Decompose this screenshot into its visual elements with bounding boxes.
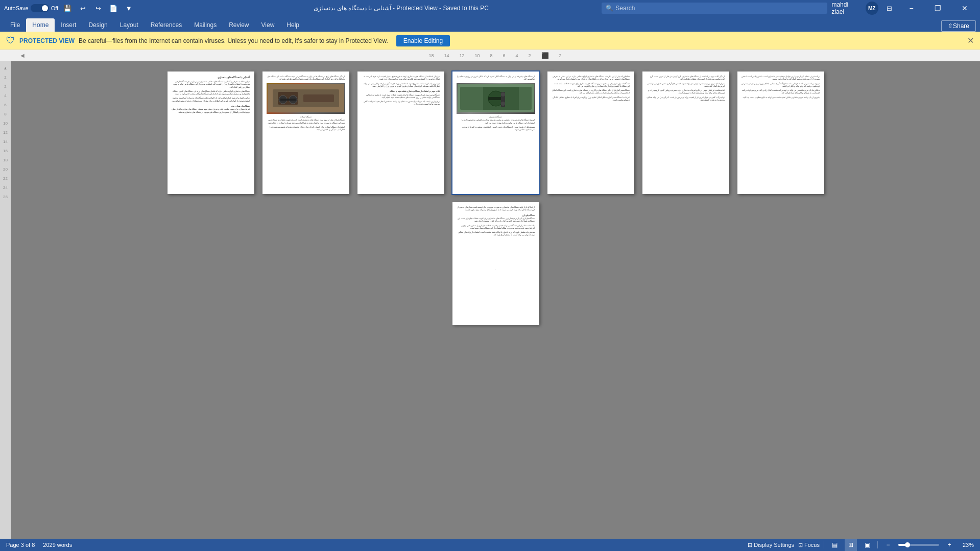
ruler-center-marker: ⬛: [541, 52, 549, 59]
pages-row-2: از آنجا که بازار تولید دستگاه های بدنساز…: [452, 202, 539, 325]
display-settings-icon: ⊞: [748, 542, 752, 548]
quick-access-toolbar: 💾 ↩ ↪ 📄 ▼: [60, 3, 136, 14]
autosave-area: AutoSave Off: [4, 4, 58, 12]
minimize-button[interactable]: −: [900, 0, 923, 16]
page-6-content: از دیگر نکات مهم در استفاده از دستگاه ها…: [642, 71, 729, 194]
ruler-14: 14: [444, 53, 449, 58]
search-input[interactable]: [615, 5, 823, 12]
protected-message: Be careful—files from the Internet can c…: [79, 37, 388, 44]
ruler-10: 10: [474, 53, 480, 58]
page-thumbnail-8[interactable]: از آنجا که بازار تولید دستگاه های بدنساز…: [452, 202, 539, 325]
svg-point-13: [501, 92, 505, 97]
close-protected-bar-button[interactable]: ✕: [967, 36, 974, 45]
gym-image-page4: [457, 83, 535, 114]
protected-view-bar: 🛡 PROTECTED VIEW Be careful—files from t…: [0, 32, 980, 50]
more-icon[interactable]: ▼: [122, 3, 136, 14]
tab-layout[interactable]: Layout: [114, 18, 145, 32]
close-button[interactable]: ✕: [953, 0, 976, 16]
page-thumbnail-4[interactable]: از دستگاه های پیشرفته تر می توان به دستگ…: [452, 71, 539, 194]
status-bar-right: ⊞ Display Settings ⊡ Focus ▤ ⊞ ▣ − + 23%: [748, 539, 974, 551]
print-layout-view-button[interactable]: ▤: [828, 539, 841, 551]
ruler-track: 18 14 12 10 8 6 4 2 ⬛ 2: [31, 50, 960, 61]
undo-icon[interactable]: ↩: [76, 3, 90, 14]
search-box[interactable]: 🔍: [602, 3, 827, 14]
page-3-content: در زمان استفاده از دستگاه های بدنسازی، ت…: [357, 71, 444, 194]
search-icon: 🔍: [606, 5, 613, 12]
document-title: آشنایی با دستگاه های بدنسازی - Protected…: [314, 5, 489, 12]
new-doc-icon[interactable]: 📄: [106, 3, 121, 14]
display-settings-button[interactable]: ⊞ Display Settings: [748, 542, 794, 548]
main-area: ▲ 2 2 4 6 8 10 12 14 16 18 20 22 24 26 آ…: [0, 61, 980, 539]
svg-rect-6: [280, 99, 296, 101]
tab-references[interactable]: References: [145, 18, 188, 32]
title-bar-left: AutoSave Off 💾 ↩ ↪ 📄 ▼: [4, 3, 201, 14]
tab-view[interactable]: View: [255, 18, 281, 32]
ruler: ◀ 18 14 12 10 8 6 4 2 ⬛ 2: [0, 50, 980, 61]
share-icon: ⇧: [948, 22, 953, 30]
title-bar: AutoSave Off 💾 ↩ ↪ 📄 ▼ آشنایی با دستگاه …: [0, 0, 980, 16]
page-1-title: آشنایی با دستگاه‌های بدنسازی: [172, 76, 250, 79]
tab-mailings[interactable]: Mailings: [188, 18, 223, 32]
page-thumbnail-1[interactable]: آشنایی با دستگاه‌های بدنسازی در این مقال…: [168, 71, 254, 194]
ruler-6: 6: [503, 53, 506, 58]
zoom-in-button[interactable]: +: [943, 539, 955, 551]
ruler-2b: 2: [559, 53, 562, 58]
page-thumbnail-7[interactable]: برنامه تمرینی منظم یکی از مهم ترین عوامل…: [737, 71, 824, 194]
zoom-out-button[interactable]: −: [882, 539, 894, 551]
page-8-content: از آنجا که بازار تولید دستگاه های بدنساز…: [452, 202, 539, 325]
multiple-page-view-button[interactable]: ⊞: [845, 539, 857, 551]
ribbon-display-icon[interactable]: ⊟: [882, 3, 896, 14]
redo-icon[interactable]: ↪: [91, 3, 105, 14]
left-margin: ▲ 2 2 4 6 8 10 12 14 16 18 20 22 24 26: [0, 61, 11, 539]
user-name: mahdi ziaei: [831, 1, 861, 15]
zoom-slider[interactable]: [898, 544, 939, 546]
autosave-label: AutoSave: [4, 5, 29, 11]
enable-editing-button[interactable]: Enable Editing: [396, 35, 450, 46]
ruler-left-marker: ◀: [20, 53, 31, 58]
shield-icon: 🛡: [6, 35, 15, 46]
share-button[interactable]: ⇧ Share: [941, 20, 976, 32]
title-bar-title: آشنایی با دستگاه های بدنسازی - Protected…: [205, 5, 598, 12]
ruler-2: 2: [529, 53, 531, 58]
status-divider-2: [877, 541, 878, 548]
page-thumbnail-6[interactable]: از دیگر نکات مهم در استفاده از دستگاه ها…: [642, 71, 729, 194]
restore-button[interactable]: ❐: [927, 0, 949, 16]
zoom-thumb[interactable]: [905, 542, 910, 547]
pages-row-1: آشنایی با دستگاه‌های بدنسازی در این مقال…: [168, 71, 824, 194]
page-4-content: از دستگاه های پیشرفته تر می توان به دستگ…: [452, 71, 539, 194]
page-info: Page 3 of 8: [6, 542, 35, 548]
ribbon-tabs: File Home Insert Design Layout Reference…: [0, 16, 980, 32]
save-icon[interactable]: 💾: [60, 3, 75, 14]
page-5-content: همانطور که پیش از این ذکر شد، دستگاه های…: [547, 71, 634, 194]
ruler-18: 18: [428, 53, 434, 58]
protected-label: PROTECTED VIEW: [19, 37, 75, 44]
focus-button[interactable]: ⊡ Focus: [798, 542, 820, 548]
ruler-4: 4: [516, 53, 518, 58]
zoom-level: 23%: [960, 542, 974, 548]
tab-design[interactable]: Design: [82, 18, 113, 32]
tab-file[interactable]: File: [4, 18, 26, 32]
tab-review[interactable]: Review: [223, 18, 255, 32]
document-area: آشنایی با دستگاه‌های بدنسازی در این مقال…: [11, 61, 980, 539]
word-count: 2029 words: [43, 542, 72, 548]
page-thumbnail-5[interactable]: همانطور که پیش از این ذکر شد، دستگاه های…: [547, 71, 634, 194]
tab-help[interactable]: Help: [280, 18, 305, 32]
svg-rect-3: [303, 94, 334, 102]
title-bar-right: 🔍 mahdi ziaei MZ ⊟ − ❐ ✕: [602, 0, 976, 16]
ruler-8: 8: [490, 53, 492, 58]
user-avatar[interactable]: MZ: [866, 2, 878, 15]
page-thumbnail-2[interactable]: از دیگر دستگاه های رایج در باشگاه ها می …: [262, 71, 349, 194]
gym-image-page2: [267, 83, 345, 114]
page-thumbnail-3[interactable]: در زمان استفاده از دستگاه های بدنسازی، ت…: [357, 71, 444, 194]
ruler-12: 12: [459, 53, 464, 58]
tab-home[interactable]: Home: [26, 18, 55, 32]
ribbon-right: ⇧ Share: [941, 20, 976, 32]
autosave-knob: [42, 5, 48, 11]
page-width-view-button[interactable]: ▣: [861, 539, 873, 551]
tab-insert[interactable]: Insert: [55, 18, 82, 32]
autosave-state: Off: [51, 5, 58, 11]
page-2-content: از دیگر دستگاه های رایج در باشگاه ها می …: [262, 71, 349, 194]
page-1-content: آشنایی با دستگاه‌های بدنسازی در این مقال…: [168, 71, 254, 194]
svg-point-14: [501, 102, 505, 106]
autosave-toggle[interactable]: [31, 4, 49, 12]
